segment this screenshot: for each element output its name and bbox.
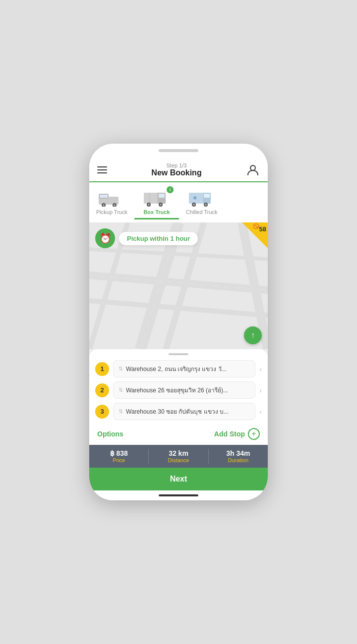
stop-input-2[interactable]: ⇅ Warehouse 26 ซอยสุขุมวิท 26 (อารีย์)..… (113, 381, 255, 399)
duration-value: 3h 34m (209, 449, 268, 457)
distance-label: Distance (149, 457, 208, 463)
price-value: ฿ 838 (89, 449, 148, 457)
pickup-text: Pickup within 1 hour (119, 232, 198, 245)
phone-home-bar (89, 490, 268, 500)
stop-number-3: 3 (95, 405, 109, 419)
phone-notch-area (89, 144, 268, 158)
options-row: Options Add Stop + (89, 424, 268, 445)
menu-button[interactable] (97, 166, 107, 173)
corner-badge-count: 58 (259, 225, 266, 233)
truck-selector: Pickup Truck i (89, 182, 268, 222)
price-label: Price (89, 457, 148, 463)
svg-rect-10 (159, 194, 165, 198)
sort-icon-3: ⇅ (119, 408, 123, 415)
phone-frame: Step 1/3 New Booking (89, 144, 268, 500)
distance-value: 32 km (149, 449, 208, 457)
stop-address-1: Warehouse 2, ถนน เจริญกรุง แขวง วั... (126, 364, 250, 374)
chilled-truck-label: Chilled Truck (186, 209, 218, 215)
sort-icon-2: ⇅ (119, 387, 123, 393)
stop-address-2: Warehouse 26 ซอยสุขุมวิท 26 (อารีย์)... (126, 385, 250, 395)
svg-point-7 (114, 204, 116, 206)
chevron-right-2[interactable]: ‹ (259, 386, 262, 394)
svg-point-23 (193, 204, 195, 206)
next-button[interactable]: Next (89, 468, 268, 490)
svg-point-14 (148, 204, 150, 206)
stop-input-1[interactable]: ⇅ Warehouse 2, ถนน เจริญกรุง แขวง วั... (113, 360, 255, 377)
svg-rect-19 (204, 194, 210, 198)
pickup-pill[interactable]: ⏰ Pickup within 1 hour (95, 228, 198, 248)
svg-point-25 (205, 204, 207, 206)
bottom-panel: 1 ⇅ Warehouse 2, ถนน เจริญกรุง แขวง วั..… (89, 349, 268, 445)
header: Step 1/3 New Booking (89, 158, 268, 182)
svg-point-5 (103, 204, 105, 206)
chilled-truck-icon: ❄ (187, 188, 217, 208)
add-stop-label: Add Stop (214, 430, 245, 438)
stat-distance: 32 km Distance (149, 449, 208, 463)
svg-point-16 (160, 204, 162, 206)
sort-icon-1: ⇅ (119, 366, 123, 372)
corner-badge-icon: 🚫 (253, 223, 259, 229)
chevron-right-1[interactable]: ‹ (259, 365, 262, 373)
truck-item-box[interactable]: i Box Truck (134, 185, 179, 219)
truck-item-chilled[interactable]: ❄ Chilled Truck (179, 185, 225, 219)
phone-notch (159, 149, 198, 152)
info-badge: i (167, 186, 174, 193)
box-truck-icon: i (142, 188, 172, 208)
stat-duration: 3h 34m Duration (209, 449, 268, 463)
truck-item-pickup[interactable]: Pickup Truck (89, 185, 134, 219)
stats-bar: ฿ 838 Price 32 km Distance 3h 34m Durati… (89, 445, 268, 468)
stop-row-2: 2 ⇅ Warehouse 26 ซอยสุขุมวิท 26 (อารีย์)… (95, 381, 262, 399)
stop-row-1: 1 ⇅ Warehouse 2, ถนน เจริญกรุง แขวง วั..… (95, 360, 262, 377)
stop-input-3[interactable]: ⇅ Warehouse 30 ซอย กัปตันบุช แขวง บ... (113, 403, 255, 420)
box-truck-label: Box Truck (143, 209, 170, 215)
pickup-truck-icon (97, 188, 126, 208)
pickup-truck-label: Pickup Truck (96, 209, 127, 215)
header-center: Step 1/3 New Booking (151, 162, 201, 177)
svg-point-0 (250, 165, 255, 170)
add-stop-icon: + (248, 428, 260, 440)
svg-text:❄: ❄ (193, 195, 197, 201)
chevron-right-3[interactable]: ‹ (259, 408, 262, 416)
stop-address-3: Warehouse 30 ซอย กัปตันบุช แขวง บ... (126, 407, 250, 416)
stop-number-2: 2 (95, 383, 109, 397)
step-label: Step 1/3 (151, 162, 201, 168)
svg-rect-3 (100, 195, 108, 198)
stop-row-3: 3 ⇅ Warehouse 30 ซอย กัปตันบุช แขวง บ...… (95, 403, 262, 420)
stop-list: 1 ⇅ Warehouse 2, ถนน เจริญกรุง แขวง วั..… (89, 358, 268, 420)
stat-price: ฿ 838 Price (89, 449, 148, 463)
alarm-icon: ⏰ (95, 228, 115, 248)
scroll-up-button[interactable]: ↑ (244, 326, 262, 344)
profile-icon[interactable] (246, 163, 260, 177)
svg-rect-11 (144, 193, 157, 204)
add-stop-row[interactable]: Add Stop + (214, 428, 260, 440)
drag-handle (169, 353, 188, 355)
home-bar (159, 494, 198, 496)
page-title: New Booking (151, 168, 201, 177)
map-area: ⏰ Pickup within 1 hour 🚫 58 ↑ (89, 222, 268, 349)
duration-label: Duration (209, 457, 268, 463)
screen: Step 1/3 New Booking (89, 158, 268, 500)
stop-number-1: 1 (95, 362, 109, 376)
options-button[interactable]: Options (97, 430, 123, 438)
corner-badge: 🚫 58 (242, 222, 268, 248)
